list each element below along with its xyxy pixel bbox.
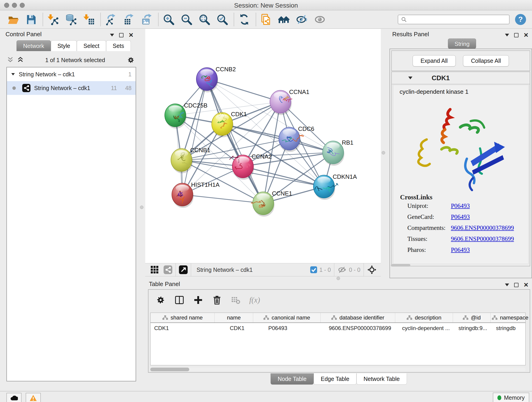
results-scrollbar[interactable] (391, 264, 410, 267)
tab-sets[interactable]: Sets (106, 40, 131, 51)
tab-node-table[interactable]: Node Table (271, 373, 314, 385)
show-all-icon[interactable] (313, 13, 326, 26)
panel-float-icon[interactable] (119, 33, 123, 37)
results-close-icon[interactable]: ✕ (524, 32, 529, 38)
collapse-all-tree-icon[interactable] (7, 57, 14, 64)
crosslink-label: Uniprot: (407, 202, 451, 210)
table-row[interactable]: CDK1 CDK1 P06493 9606.ENSP00000378699 cy… (151, 323, 525, 333)
column-header[interactable]: canonical name (253, 313, 321, 322)
network-view-share-icon[interactable] (164, 265, 172, 274)
left-splitter-handle[interactable] (140, 206, 143, 209)
zoom-out-icon[interactable] (180, 13, 193, 26)
entry-header[interactable]: CDK1 (392, 72, 530, 84)
export-image-icon[interactable] (140, 13, 153, 26)
import-table-file-icon[interactable] (82, 13, 95, 26)
apply-layout-icon[interactable] (238, 13, 251, 26)
table-hscrollbar-thumb[interactable] (150, 368, 189, 371)
network-node-CDKN1A[interactable]: CDKN1A (313, 173, 357, 200)
tab-network-table[interactable]: Network Table (356, 373, 407, 385)
open-session-icon[interactable] (7, 13, 20, 26)
network-edge[interactable] (222, 124, 333, 153)
grid-view-icon[interactable] (150, 265, 159, 274)
import-network-database-icon[interactable] (65, 13, 77, 26)
memory-button[interactable]: Memory (493, 393, 529, 402)
hide-selection-icon[interactable] (296, 13, 308, 26)
expand-all-button[interactable]: Expand All (413, 55, 456, 66)
node-label: RB1 (342, 139, 354, 146)
expand-all-tree-icon[interactable] (17, 57, 24, 64)
network-options-gear-icon[interactable] (127, 56, 135, 64)
table-hscrollbar[interactable] (150, 368, 526, 371)
network-collection-row[interactable]: String Network – cdk1 1 (7, 67, 136, 81)
save-session-icon[interactable] (25, 13, 38, 26)
crosslink-value-link[interactable]: 9606.ENSP00000378699 (451, 235, 514, 242)
search-input[interactable] (407, 16, 506, 23)
zoom-selected-icon[interactable] (216, 13, 229, 26)
network-edge[interactable] (182, 195, 263, 203)
collapse-all-button[interactable]: Collapse All (463, 55, 509, 66)
network-node-RB1[interactable]: RB1 (323, 139, 354, 166)
right-splitter-handle[interactable] (382, 151, 385, 154)
network-node-CDC6[interactable]: CDC6 (279, 125, 314, 152)
collection-expander-icon[interactable] (11, 73, 15, 75)
node-label: CCNB2 (215, 66, 236, 73)
table-float-icon[interactable] (514, 283, 519, 287)
crosslink-value-link[interactable]: P06493 (451, 202, 470, 210)
column-header[interactable]: @id (453, 313, 491, 322)
network-row-label: String Network – cdk1 (34, 85, 90, 91)
table-tabs: Node Table Edge Table Network Table (271, 373, 407, 385)
bottom-splitter-handle[interactable] (336, 277, 340, 280)
panel-menu-icon[interactable] (110, 34, 114, 36)
network-view-title: String Network – cdk1 (196, 267, 253, 273)
detach-view-icon[interactable] (179, 265, 188, 274)
network-node-CCNE1[interactable]: CCNE1 (251, 190, 292, 217)
tab-select[interactable]: Select (77, 40, 106, 51)
warnings-button[interactable] (26, 393, 41, 402)
column-header[interactable]: shared name (151, 313, 215, 322)
string-results-panel: Expand All Collapse All CDK1 cyclin-depe… (389, 49, 532, 278)
first-neighbors-icon[interactable] (278, 13, 291, 26)
help-button[interactable]: ? (515, 14, 526, 25)
zoom-in-icon[interactable] (162, 13, 175, 26)
export-table-icon[interactable] (122, 13, 135, 26)
crosslink-value-link[interactable]: P06493 (451, 246, 470, 254)
column-header[interactable]: database identifier (321, 313, 395, 322)
import-network-file-icon[interactable] (47, 13, 60, 26)
crosslink-value-link[interactable]: 9606.ENSP00000378699 (451, 224, 514, 231)
add-column-icon[interactable] (193, 295, 203, 305)
tab-edge-table[interactable]: Edge Table (314, 373, 356, 385)
tab-style[interactable]: Style (51, 40, 77, 51)
tab-string[interactable]: String (448, 38, 476, 49)
node-label: CDKN1A (333, 173, 357, 180)
entry-expander-icon[interactable] (408, 77, 412, 79)
zoom-fit-icon[interactable] (198, 13, 211, 26)
birdseye-crosshair-icon[interactable] (367, 265, 377, 274)
network-node-CDC25B[interactable]: CDC25B (165, 102, 208, 128)
new-network-from-selection-icon[interactable] (260, 13, 273, 26)
network-node-CCNB2[interactable]: CCNB2 (196, 66, 236, 92)
table-options-gear-icon[interactable] (155, 295, 166, 305)
crosslink-value-link[interactable]: P06493 (451, 213, 470, 220)
panel-close-icon[interactable]: ✕ (128, 32, 133, 38)
results-float-icon[interactable] (514, 33, 519, 37)
network-node-HIST1H1A[interactable]: HIST1H1A (172, 181, 220, 208)
results-menu-icon[interactable] (505, 34, 509, 36)
node-label: CCNA1 (289, 89, 309, 95)
column-header[interactable]: namespace (491, 313, 530, 322)
table-close-icon[interactable]: ✕ (524, 282, 529, 288)
delete-column-icon[interactable] (212, 295, 222, 305)
column-header[interactable]: description (395, 313, 453, 322)
network-node-CDK1[interactable]: CDK1 (212, 111, 247, 137)
network-share-icon (22, 84, 31, 92)
tab-network[interactable]: Network (17, 40, 51, 51)
network-canvas[interactable]: CCNB2CCNA1CDC25BCDK1CDC6RB1CCNB1CCNA2CDK… (145, 29, 381, 263)
network-row[interactable]: String Network – cdk1 11 48 (7, 81, 136, 95)
network-selection-status: 1 of 1 Network selected (24, 57, 127, 64)
export-network-icon[interactable] (104, 13, 117, 26)
network-node-CCNB1[interactable]: CCNB1 (171, 147, 210, 173)
selected-checkbox-icon[interactable] (310, 266, 317, 273)
select-columns-icon[interactable] (174, 295, 185, 305)
table-menu-icon[interactable] (505, 283, 509, 286)
cloud-button[interactable] (6, 393, 22, 402)
column-header[interactable]: name (215, 313, 253, 322)
